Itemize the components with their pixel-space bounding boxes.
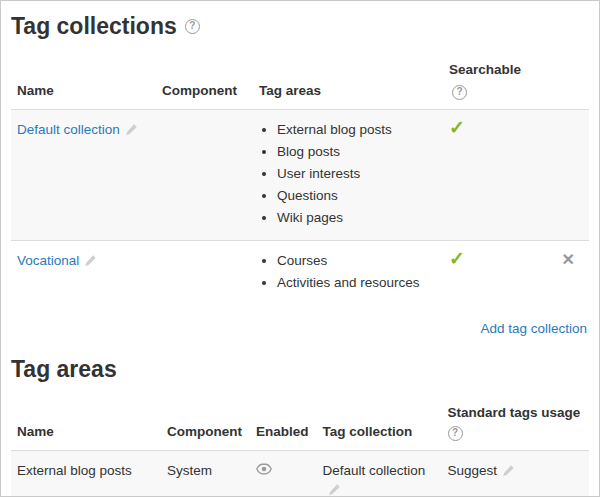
area-standard-label: Suggest <box>448 463 498 478</box>
tag-areas-list: External blog posts Blog posts User inte… <box>261 120 435 227</box>
list-item: Wiki pages <box>277 208 435 227</box>
edit-icon[interactable] <box>84 254 97 267</box>
collection-searchable-cell: ✓ <box>443 240 531 305</box>
list-item: User interests <box>277 164 435 183</box>
col-header-standard-tags-label: Standard tags usage <box>448 404 581 422</box>
check-icon: ✓ <box>449 121 465 135</box>
collection-actions-cell: ✕ <box>531 240 589 305</box>
area-standard-cell: Suggest <box>442 451 589 497</box>
edit-icon[interactable] <box>125 123 138 136</box>
collections-header-row: Name Component Tag areas Searchable? <box>11 45 589 109</box>
col-header-component: Component <box>156 45 253 109</box>
list-item: Blog posts <box>277 142 435 161</box>
tag-collections-table: Name Component Tag areas Searchable? Def… <box>11 45 589 305</box>
add-tag-collection-link[interactable]: Add tag collection <box>480 321 587 336</box>
edit-icon[interactable] <box>328 483 341 496</box>
tag-areas-title-text: Tag areas <box>11 356 117 382</box>
collection-row-vocational: Vocational Courses Activities and resour… <box>11 240 589 305</box>
help-icon[interactable]: ? <box>185 19 200 34</box>
tag-areas-title: Tag areas <box>11 356 589 382</box>
collection-tag-areas-cell: Courses Activities and resources <box>253 240 443 305</box>
tag-collections-title: Tag collections ? <box>11 13 589 39</box>
col-header-component: Component <box>161 388 250 451</box>
help-icon[interactable]: ? <box>448 426 463 441</box>
tag-areas-list: Courses Activities and resources <box>261 251 435 292</box>
eye-icon[interactable] <box>256 463 272 475</box>
delete-icon[interactable]: ✕ <box>562 253 575 267</box>
collection-component-cell <box>156 109 253 240</box>
areas-header-row: Name Component Enabled Tag collection St… <box>11 388 589 451</box>
tag-collections-title-text: Tag collections <box>11 13 177 39</box>
collection-name-link[interactable]: Default collection <box>17 122 120 137</box>
collection-actions-cell <box>531 109 589 240</box>
collection-tag-areas-cell: External blog posts Blog posts User inte… <box>253 109 443 240</box>
collection-name-cell: Default collection <box>11 109 156 240</box>
collection-searchable-cell: ✓ <box>443 109 531 240</box>
collection-component-cell <box>156 240 253 305</box>
col-header-name: Name <box>11 45 156 109</box>
collection-row-default: Default collection External blog posts B… <box>11 109 589 240</box>
list-item: External blog posts <box>277 120 435 139</box>
edit-icon[interactable] <box>502 464 515 477</box>
col-header-standard-tags: Standard tags usage ? <box>442 388 589 451</box>
help-icon[interactable]: ? <box>452 85 467 100</box>
tag-areas-table: Name Component Enabled Tag collection St… <box>11 388 589 497</box>
collection-name-link[interactable]: Vocational <box>17 253 79 268</box>
area-row-external-blog-posts: External blog posts System Default colle… <box>11 451 589 497</box>
area-name-cell: External blog posts <box>11 451 161 497</box>
col-header-name: Name <box>11 388 161 451</box>
col-header-enabled: Enabled <box>250 388 317 451</box>
area-collection-cell: Default collection <box>317 451 442 497</box>
list-item: Courses <box>277 251 435 270</box>
list-item: Questions <box>277 186 435 205</box>
area-component-cell: System <box>161 451 250 497</box>
col-header-tag-collection: Tag collection <box>317 388 442 451</box>
area-collection-label: Default collection <box>323 463 426 478</box>
collection-name-cell: Vocational <box>11 240 156 305</box>
area-enabled-cell <box>250 451 317 497</box>
col-header-searchable: Searchable? <box>443 45 531 109</box>
list-item: Activities and resources <box>277 273 435 292</box>
col-header-searchable-label: Searchable <box>449 62 521 77</box>
col-header-actions <box>531 45 589 109</box>
col-header-tag-areas: Tag areas <box>253 45 443 109</box>
tag-management-page: Tag collections ? Name Component Tag are… <box>0 0 600 497</box>
add-link-row: Add tag collection <box>11 305 589 340</box>
check-icon: ✓ <box>449 252 465 266</box>
